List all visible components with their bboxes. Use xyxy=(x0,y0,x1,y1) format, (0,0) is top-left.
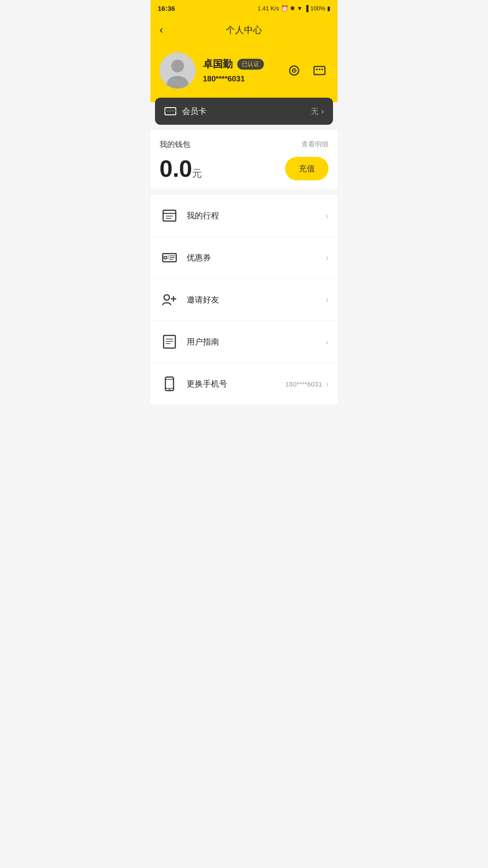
trip-right: › xyxy=(326,211,328,221)
menu-section: 我的行程 › 优惠券 › xyxy=(150,195,338,405)
status-right: 1.41 K/s ⏰ ✱ ▼ ▐ 100% ▮ xyxy=(258,5,330,12)
wallet-title: 我的钱包 xyxy=(160,139,190,150)
card-icon xyxy=(164,105,177,118)
trip-label: 我的行程 xyxy=(187,210,219,221)
member-card-right: 无 › xyxy=(311,106,324,117)
member-card-left: 会员卡 xyxy=(164,105,206,118)
menu-item-trip[interactable]: 我的行程 › xyxy=(150,195,338,237)
recharge-button[interactable]: 充值 xyxy=(285,157,328,180)
status-time: 16:36 xyxy=(158,5,175,12)
guide-label: 用户指南 xyxy=(187,336,219,347)
svg-rect-6 xyxy=(314,66,325,75)
svg-rect-12 xyxy=(163,210,176,221)
svg-rect-8 xyxy=(319,69,320,70)
member-card-value: 无 xyxy=(311,106,319,117)
verified-badge: 已认证 xyxy=(237,59,264,70)
menu-item-guide-left: 用户指南 xyxy=(160,332,219,352)
guide-icon xyxy=(160,332,179,352)
page-title: 个人中心 xyxy=(226,24,262,36)
menu-item-phone-left: 更换手机号 xyxy=(160,374,227,394)
coupon-icon xyxy=(160,248,179,268)
header: ‹ 个人中心 xyxy=(150,16,338,43)
wifi-icon: ▼ xyxy=(297,5,303,12)
member-card[interactable]: 会员卡 无 › xyxy=(155,98,333,125)
wallet-section: 我的钱包 查看明细 0.0元 充值 xyxy=(150,130,338,189)
scan-button[interactable] xyxy=(285,61,303,80)
coupon-right: › xyxy=(326,253,328,263)
invite-chevron: › xyxy=(326,295,328,305)
coupon-label: 优惠券 xyxy=(187,252,211,263)
svg-rect-9 xyxy=(321,69,323,70)
phone-chevron: › xyxy=(326,379,328,389)
message-button[interactable] xyxy=(310,61,328,80)
invite-right: › xyxy=(326,295,328,305)
wallet-balance-display: 0.0元 xyxy=(160,157,202,180)
menu-item-phone[interactable]: 更换手机号 180****6031 › xyxy=(150,363,338,405)
avatar[interactable] xyxy=(160,52,196,89)
battery-icon: ▮ xyxy=(327,5,330,12)
menu-item-guide[interactable]: 用户指南 › xyxy=(150,321,338,363)
guide-chevron: › xyxy=(326,337,328,347)
profile-name-row: 卓国勤 已认证 xyxy=(203,57,264,71)
network-speed: 1.41 K/s xyxy=(258,5,279,12)
wallet-balance-row: 0.0元 充值 xyxy=(160,157,328,180)
coupon-chevron: › xyxy=(326,253,328,263)
member-card-label: 会员卡 xyxy=(182,106,206,117)
wallet-balance: 0.0元 xyxy=(160,156,202,182)
svg-rect-7 xyxy=(316,69,318,70)
profile-info: 卓国勤 已认证 180****6031 xyxy=(203,57,264,84)
wallet-header: 我的钱包 查看明细 xyxy=(160,139,328,150)
bluetooth-icon: ✱ xyxy=(290,5,295,12)
wallet-detail-button[interactable]: 查看明细 xyxy=(301,140,328,149)
profile-phone: 180****6031 xyxy=(203,75,264,84)
menu-item-coupon-left: 优惠券 xyxy=(160,248,211,268)
back-button[interactable]: ‹ xyxy=(160,24,163,36)
trip-chevron: › xyxy=(326,211,328,221)
profile-section: 卓国勤 已认证 180****6031 xyxy=(150,43,338,102)
profile-name: 卓国勤 xyxy=(203,57,233,71)
menu-item-invite[interactable]: 邀请好友 › xyxy=(150,279,338,321)
menu-item-coupon[interactable]: 优惠券 › xyxy=(150,237,338,279)
guide-right: › xyxy=(326,337,328,347)
svg-point-17 xyxy=(164,256,167,259)
invite-label: 邀请好友 xyxy=(187,294,219,305)
svg-point-32 xyxy=(169,389,170,391)
profile-icons xyxy=(285,61,328,80)
phone-icon xyxy=(160,374,179,394)
battery-percent: 100% xyxy=(310,5,325,12)
svg-point-1 xyxy=(171,60,184,72)
svg-point-5 xyxy=(294,70,295,71)
phone-value: 180****6031 xyxy=(285,380,322,388)
trip-icon xyxy=(160,206,179,226)
member-card-chevron: › xyxy=(321,107,324,116)
invite-icon xyxy=(160,290,179,310)
svg-point-22 xyxy=(164,295,169,300)
menu-item-trip-left: 我的行程 xyxy=(160,206,219,226)
phone-change-label: 更换手机号 xyxy=(187,378,227,389)
svg-rect-11 xyxy=(165,110,176,112)
status-bar: 16:36 1.41 K/s ⏰ ✱ ▼ ▐ 100% ▮ xyxy=(150,0,338,16)
alarm-icon: ⏰ xyxy=(281,5,288,12)
menu-item-invite-left: 邀请好友 xyxy=(160,290,219,310)
signal-icon: ▐ xyxy=(305,5,309,12)
profile-left: 卓国勤 已认证 180****6031 xyxy=(160,52,264,89)
svg-rect-25 xyxy=(164,335,175,348)
phone-right: 180****6031 › xyxy=(285,379,328,389)
